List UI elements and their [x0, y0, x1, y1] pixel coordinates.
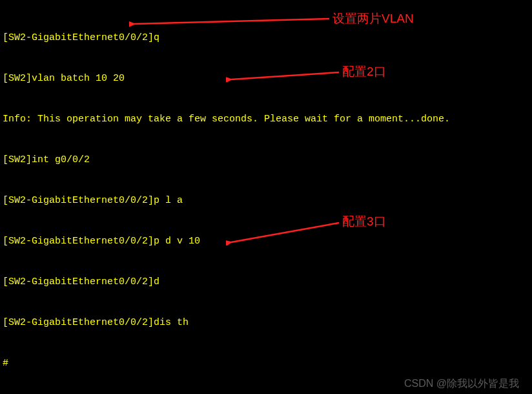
terminal-line: [SW2]int g0/0/2 [3, 153, 529, 167]
annotation-vlan-setup: 设置两片VLAN [332, 12, 414, 25]
annotation-port3-config: 配置3口 [342, 214, 386, 228]
terminal-line: # [3, 357, 529, 370]
terminal-line: [SW2]vlan batch 10 20 [3, 72, 529, 85]
terminal-line: Info: This operation may take a few seco… [3, 112, 529, 126]
annotation-port2-config: 配置2口 [342, 65, 386, 78]
terminal-output[interactable]: [SW2-GigabitEthernet0/0/2]q [SW2]vlan ba… [3, 4, 529, 394]
terminal-line: [SW2-GigabitEthernet0/0/2]q [3, 31, 529, 45]
terminal-line: [SW2-GigabitEthernet0/0/2]p l a [3, 194, 529, 207]
terminal-line: [SW2-GigabitEthernet0/0/2]dis th [3, 316, 529, 329]
watermark-text: CSDN @除我以外皆是我 [404, 377, 519, 390]
terminal-line: [SW2-GigabitEthernet0/0/2]d [3, 275, 529, 289]
terminal-line: [SW2-GigabitEthernet0/0/2]p d v 10 [3, 234, 529, 248]
